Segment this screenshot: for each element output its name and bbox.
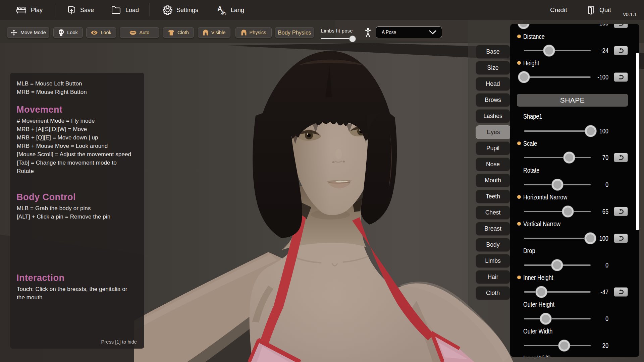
svg-text:あ: あ xyxy=(220,9,227,15)
